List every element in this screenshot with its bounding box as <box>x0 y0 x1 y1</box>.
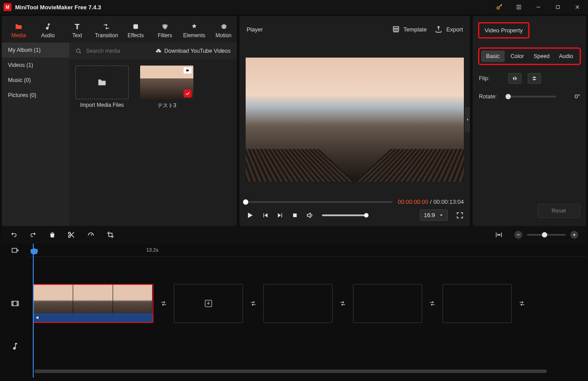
search-input[interactable] <box>85 47 147 54</box>
tab-label: Elements <box>183 32 205 39</box>
search-media[interactable] <box>75 47 150 54</box>
template-button[interactable]: Template <box>392 25 427 33</box>
menu-icon[interactable] <box>511 0 527 14</box>
volume-icon[interactable] <box>306 211 314 219</box>
tab-label: Text <box>72 32 82 39</box>
ruler-tick: 13.2s <box>146 247 158 253</box>
music-track[interactable] <box>28 325 586 367</box>
rotate-label: Rotate: <box>479 93 502 100</box>
property-tab-audio[interactable]: Audio <box>554 51 578 62</box>
sidebar-item-videos[interactable]: Videos (1) <box>2 58 69 73</box>
next-frame-button[interactable] <box>277 212 284 219</box>
property-tab-label: Speed <box>533 53 549 59</box>
player-title: Player <box>247 26 263 33</box>
duration-time: 00:00:13:04 <box>433 198 464 205</box>
player-preview[interactable] <box>246 58 464 182</box>
aspect-ratio-select[interactable]: 16:9 <box>420 210 448 221</box>
timeline-zoom <box>514 231 578 239</box>
license-key-icon[interactable] <box>491 0 507 14</box>
export-button[interactable]: Export <box>435 25 463 33</box>
undo-button[interactable] <box>10 231 18 238</box>
maximize-icon[interactable] <box>550 0 566 14</box>
speed-button[interactable] <box>87 231 95 239</box>
current-time: 00:00:00:00 <box>398 198 428 205</box>
crop-button[interactable] <box>106 231 114 239</box>
zoom-in-button[interactable] <box>570 231 578 239</box>
property-tab-label: Basic <box>486 53 500 59</box>
transition-slot[interactable] <box>336 297 349 310</box>
empty-clip-slot[interactable] <box>443 284 512 323</box>
property-tab-color[interactable]: Color <box>506 51 529 62</box>
transition-slot[interactable] <box>426 297 439 310</box>
sidebar-item-music[interactable]: Music (0) <box>2 73 69 88</box>
property-tabs: Basic Color Speed Audio <box>478 47 581 65</box>
transition-slot[interactable] <box>157 297 170 310</box>
template-icon <box>392 25 400 33</box>
clip-audio-strip <box>34 313 153 322</box>
tab-media[interactable]: Media <box>4 19 33 43</box>
rotate-slider[interactable] <box>508 96 556 97</box>
tab-text[interactable]: Text <box>63 19 91 43</box>
tab-elements[interactable]: Elements <box>180 19 208 43</box>
svg-point-7 <box>222 24 227 29</box>
tab-effects[interactable]: Effects <box>122 19 150 43</box>
redo-button[interactable] <box>29 231 37 238</box>
timeline-clip[interactable] <box>33 284 153 323</box>
folder-icon <box>14 23 23 31</box>
motion-icon <box>220 23 227 31</box>
empty-clip-slot[interactable] <box>174 284 243 323</box>
reset-label: Reset <box>552 208 566 214</box>
play-button[interactable] <box>246 211 254 219</box>
reset-button[interactable]: Reset <box>537 204 580 218</box>
aspect-ratio-value: 16:9 <box>424 212 435 218</box>
export-label: Export <box>446 26 463 33</box>
import-media-card[interactable]: Import Media Files <box>75 66 129 108</box>
tab-motion[interactable]: Motion <box>209 19 237 43</box>
property-tab-basic[interactable]: Basic <box>481 51 505 62</box>
transition-slot[interactable] <box>247 297 260 310</box>
property-tab-speed[interactable]: Speed <box>530 51 553 62</box>
property-title: Video Property <box>478 22 529 39</box>
transition-slot[interactable] <box>515 297 529 310</box>
fullscreen-button[interactable] <box>456 211 464 219</box>
sidebar-item-pictures[interactable]: Pictures (0) <box>2 88 69 103</box>
playhead[interactable] <box>33 244 34 377</box>
sidebar-item-label: Pictures (0) <box>8 92 36 98</box>
tab-label: Filters <box>158 32 172 39</box>
zoom-slider[interactable] <box>527 234 566 236</box>
time-display: 00:00:00:00/00:00:13:04 <box>398 198 464 205</box>
flip-horizontal-button[interactable] <box>508 73 521 84</box>
filters-icon <box>161 23 169 31</box>
clip-label: テスト3 <box>157 102 176 109</box>
empty-clip-slot[interactable] <box>263 284 333 323</box>
fit-timeline-button[interactable] <box>495 231 503 238</box>
sidebar-item-myalbum[interactable]: My Album (1) <box>2 43 69 58</box>
add-track-button[interactable] <box>2 244 28 257</box>
close-icon[interactable] <box>569 0 585 14</box>
delete-button[interactable] <box>49 231 56 239</box>
stop-button[interactable] <box>292 212 298 218</box>
split-button[interactable] <box>67 231 75 239</box>
volume-slider[interactable] <box>322 214 366 216</box>
download-youtube-link[interactable]: Download YouTube Videos <box>155 48 231 54</box>
empty-clip-slot[interactable] <box>353 284 422 323</box>
minimize-icon[interactable] <box>530 0 546 14</box>
folder-icon <box>97 78 107 87</box>
elements-icon <box>190 23 198 31</box>
timeline-ruler[interactable]: 0s 13.2s <box>28 244 586 257</box>
tab-filters[interactable]: Filters <box>151 19 179 43</box>
expand-properties-handle[interactable] <box>465 107 470 132</box>
zoom-out-button[interactable] <box>514 231 522 239</box>
property-tab-label: Color <box>511 53 524 59</box>
progress-slider[interactable] <box>246 201 392 203</box>
media-clip-card[interactable]: テスト3 <box>140 66 193 109</box>
tab-transition[interactable]: Transition <box>92 19 121 43</box>
tab-audio[interactable]: Audio <box>34 19 62 43</box>
prev-frame-button[interactable] <box>262 212 269 219</box>
flip-vertical-button[interactable] <box>528 73 541 84</box>
search-icon <box>75 48 82 54</box>
main-tabs: Media Audio Text Transition <box>2 16 237 43</box>
timeline-horizontal-scrollbar[interactable] <box>32 369 583 374</box>
sidebar-item-label: My Album (1) <box>8 47 41 53</box>
video-track[interactable] <box>28 282 586 325</box>
